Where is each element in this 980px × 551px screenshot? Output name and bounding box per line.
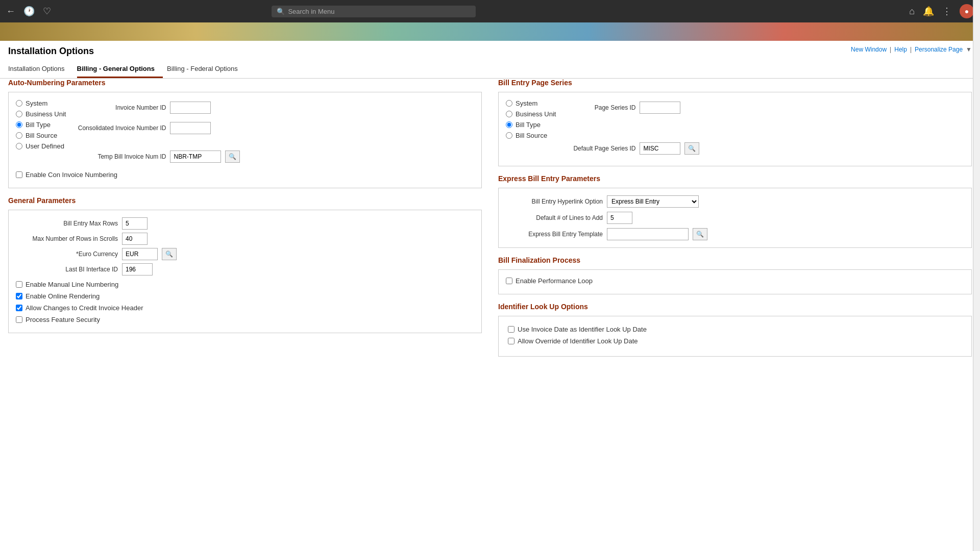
default-page-series-id-label: Default Page Series ID bbox=[564, 145, 635, 152]
default-lines-to-add-input[interactable] bbox=[607, 212, 632, 224]
radio-bill-source[interactable]: Bill Source bbox=[16, 132, 66, 139]
personalize-page-link[interactable]: Personalize Page bbox=[915, 46, 963, 53]
express-bill-template-input[interactable] bbox=[607, 228, 689, 240]
search-icon: 🔍 bbox=[277, 8, 285, 15]
bes-radio-bill-type[interactable]: Bill Type bbox=[506, 121, 556, 129]
bill-entry-page-series-box: System Business Unit Bill Type Bill Sour… bbox=[498, 92, 972, 166]
bill-entry-hyperlink-select[interactable]: Express Bill Entry Standard Bill Entry bbox=[607, 195, 699, 208]
express-bill-template-search-btn[interactable]: 🔍 bbox=[693, 228, 707, 240]
identifier-lookup-title: Identifier Look Up Options bbox=[498, 303, 972, 311]
euro-currency-input[interactable] bbox=[122, 248, 158, 260]
auto-numbering-title: Auto-Numbering Parameters bbox=[8, 79, 482, 87]
radio-business-unit[interactable]: Business Unit bbox=[16, 110, 66, 118]
search-bar[interactable]: 🔍 bbox=[272, 6, 476, 17]
allow-override-checkbox[interactable]: Allow Override of Identifier Look Up Dat… bbox=[508, 337, 962, 345]
express-bill-entry-section: Express Bill Entry Parameters Bill Entry… bbox=[498, 174, 972, 248]
tab-installation-options[interactable]: Installation Options bbox=[8, 61, 73, 78]
bill-entry-hyperlink-label: Bill Entry Hyperlink Option bbox=[506, 198, 603, 205]
auto-numbering-section: Auto-Numbering Parameters System Busines… bbox=[8, 79, 482, 188]
invoice-number-id-input[interactable] bbox=[170, 102, 211, 114]
page-header: Installation Options New Window | Help |… bbox=[0, 41, 980, 59]
bill-entry-max-rows-label: Bill Entry Max Rows bbox=[16, 220, 118, 227]
invoice-number-id-label: Invoice Number ID bbox=[74, 104, 166, 111]
bill-finalization-box: Enable Performance Loop bbox=[498, 269, 972, 294]
radio-bill-type[interactable]: Bill Type bbox=[16, 121, 66, 129]
use-invoice-date-checkbox[interactable]: Use Invoice Date as Identifier Look Up D… bbox=[508, 325, 962, 333]
top-nav-right: ⌂ 🔔 ⋮ ● bbox=[909, 4, 974, 18]
max-rows-scrolls-input[interactable] bbox=[122, 233, 148, 245]
default-page-series-search-btn[interactable]: 🔍 bbox=[684, 142, 699, 155]
main-content: Auto-Numbering Parameters System Busines… bbox=[0, 79, 980, 365]
express-bill-entry-box: Bill Entry Hyperlink Option Express Bill… bbox=[498, 188, 972, 248]
enable-performance-loop-checkbox[interactable]: Enable Performance Loop bbox=[506, 277, 964, 285]
bill-entry-max-rows-input[interactable] bbox=[122, 217, 148, 230]
last-bi-interface-input[interactable] bbox=[122, 263, 153, 276]
user-icon[interactable]: ● bbox=[960, 4, 974, 18]
bes-radio-business-unit[interactable]: Business Unit bbox=[506, 110, 556, 118]
tab-billing-federal-options[interactable]: Billing - Federal Options bbox=[167, 61, 246, 78]
bes-radio-system[interactable]: System bbox=[506, 99, 556, 107]
express-bill-entry-title: Express Bill Entry Parameters bbox=[498, 174, 972, 183]
favorites-icon[interactable]: ♡ bbox=[43, 6, 51, 17]
auto-num-radios: System Business Unit Bill Type Bill Sour… bbox=[16, 99, 66, 167]
bill-entry-page-series-title: Bill Entry Page Series bbox=[498, 79, 972, 87]
radio-system[interactable]: System bbox=[16, 99, 66, 107]
bill-entry-radios: System Business Unit Bill Type Bill Sour… bbox=[506, 99, 556, 159]
bill-finalization-title: Bill Finalization Process bbox=[498, 256, 972, 264]
euro-currency-search-btn[interactable]: 🔍 bbox=[162, 248, 177, 260]
temp-bill-label: Temp Bill Invoice Num ID bbox=[74, 153, 166, 160]
page-series-id-input[interactable] bbox=[640, 102, 680, 114]
more-icon[interactable]: ⋮ bbox=[942, 6, 951, 17]
allow-changes-credit-invoice-checkbox[interactable]: Allow Changes to Credit Invoice Header bbox=[16, 304, 474, 312]
bill-finalization-section: Bill Finalization Process Enable Perform… bbox=[498, 256, 972, 294]
consolidated-invoice-label: Consolidated Invoice Number ID bbox=[74, 124, 166, 132]
express-bill-template-label: Express Bill Entry Template bbox=[506, 231, 603, 238]
page-title: Installation Options bbox=[8, 46, 94, 57]
scrollbar[interactable] bbox=[973, 0, 980, 365]
enable-manual-line-numbering-checkbox[interactable]: Enable Manual Line Numbering bbox=[16, 281, 474, 288]
back-icon[interactable]: ← bbox=[6, 6, 15, 17]
history-icon[interactable]: 🕐 bbox=[23, 6, 35, 17]
general-params-title: General Parameters bbox=[8, 196, 482, 205]
left-column: Auto-Numbering Parameters System Busines… bbox=[8, 79, 482, 357]
new-window-link[interactable]: New Window bbox=[851, 46, 887, 53]
radio-user-defined[interactable]: User Defined bbox=[16, 142, 66, 150]
auto-num-fields: Invoice Number ID Consolidated Invoice N… bbox=[74, 99, 474, 167]
bell-icon[interactable]: 🔔 bbox=[923, 6, 934, 17]
process-feature-security-checkbox[interactable]: Process Feature Security bbox=[16, 316, 474, 323]
identifier-lookup-section: Identifier Look Up Options Use Invoice D… bbox=[498, 303, 972, 357]
temp-bill-search-btn[interactable]: 🔍 bbox=[225, 151, 240, 163]
bill-entry-page-series-section: Bill Entry Page Series System Business U… bbox=[498, 79, 972, 166]
home-icon[interactable]: ⌂ bbox=[909, 6, 915, 17]
top-nav: ← 🕐 ♡ 🔍 ⌂ 🔔 ⋮ ● bbox=[0, 0, 980, 22]
consolidated-invoice-input[interactable] bbox=[170, 122, 211, 134]
enable-online-rendering-checkbox[interactable]: Enable Online Rendering bbox=[16, 292, 474, 300]
banner bbox=[0, 22, 980, 41]
last-bi-interface-label: Last BI Interface ID bbox=[16, 266, 118, 273]
search-input[interactable] bbox=[288, 8, 471, 15]
tab-billing-general-options[interactable]: Billing - General Options bbox=[77, 61, 163, 78]
temp-bill-input[interactable] bbox=[170, 151, 221, 163]
identifier-lookup-box: Use Invoice Date as Identifier Look Up D… bbox=[498, 316, 972, 357]
page-series-id-label: Page Series ID bbox=[564, 104, 635, 111]
enable-con-invoice-checkbox[interactable]: Enable Con Invoice Numbering bbox=[16, 171, 474, 179]
auto-numbering-box: System Business Unit Bill Type Bill Sour… bbox=[8, 92, 482, 188]
default-page-series-id-input[interactable] bbox=[640, 142, 680, 155]
euro-currency-label: *Euro Currency bbox=[16, 251, 118, 258]
general-params-box: Bill Entry Max Rows Max Number of Rows i… bbox=[8, 210, 482, 333]
general-params-section: General Parameters Bill Entry Max Rows M… bbox=[8, 196, 482, 333]
max-rows-scrolls-label: Max Number of Rows in Scrolls bbox=[16, 235, 118, 242]
help-link[interactable]: Help bbox=[894, 46, 907, 53]
right-column: Bill Entry Page Series System Business U… bbox=[498, 79, 972, 357]
bill-entry-fields: Page Series ID Default Page Series ID 🔍 bbox=[564, 99, 964, 159]
bes-radio-bill-source[interactable]: Bill Source bbox=[506, 132, 556, 139]
default-lines-to-add-label: Default # of Lines to Add bbox=[506, 214, 603, 221]
page-actions: New Window | Help | Personalize Page ▼ bbox=[851, 46, 972, 53]
tabs: Installation Options Billing - General O… bbox=[0, 61, 980, 79]
